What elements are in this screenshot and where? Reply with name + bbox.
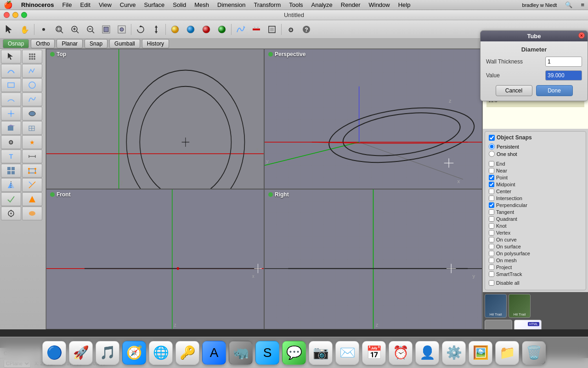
lt-snap-btn[interactable] — [1, 207, 21, 220]
value-input[interactable] — [545, 70, 582, 80]
snap-checkbox-tangent[interactable] — [489, 209, 494, 215]
thumbnail-3[interactable]: Screen Shot 2013...3 PM — [485, 320, 512, 329]
dock-rhino[interactable]: 🦏 — [229, 341, 253, 365]
thumbnail-2[interactable]: Hil Trail — [509, 294, 531, 318]
search-icon[interactable]: 🔍 — [565, 1, 572, 8]
menu-help[interactable]: Help — [398, 1, 411, 8]
thumbnail-4[interactable]: HTML Moab, Utah Offici...html — [514, 320, 542, 329]
snap-checkbox-near[interactable] — [489, 168, 494, 173]
dock-settings[interactable]: ⚙️ — [442, 341, 466, 365]
lt-solid-btn[interactable] — [1, 121, 21, 135]
snap-checkbox-intersection[interactable] — [489, 196, 494, 201]
lt-select-btn[interactable] — [1, 50, 21, 63]
lt-dots-btn[interactable] — [22, 50, 42, 63]
ortho-button[interactable]: Ortho — [31, 39, 55, 48]
dock-finder[interactable]: 🔵 — [42, 341, 66, 365]
snap-checkbox-on-curve[interactable] — [489, 237, 494, 242]
apple-menu[interactable]: 🍎 — [4, 0, 13, 9]
zoom-window-tool[interactable] — [52, 22, 67, 37]
minimize-button[interactable] — [12, 12, 18, 18]
viewport-right[interactable]: y z Right — [264, 189, 482, 329]
menu-solid[interactable]: Solid — [173, 1, 186, 8]
dock-launchpad[interactable]: 🚀 — [69, 341, 93, 365]
lt-curve1-btn[interactable] — [1, 64, 21, 78]
maximize-button[interactable] — [21, 12, 27, 18]
dock-messages[interactable]: 💬 — [282, 341, 306, 365]
move-tool[interactable] — [149, 22, 164, 37]
snap-checkbox-perpendicular[interactable] — [489, 202, 494, 208]
select-tool[interactable] — [2, 22, 17, 37]
history-button[interactable]: History — [142, 39, 169, 48]
settings-tool[interactable]: ⚙ — [283, 22, 298, 37]
snap-checkbox-vertex[interactable] — [489, 230, 494, 236]
lt-text-btn[interactable]: T — [1, 150, 21, 163]
one-shot-radio[interactable] — [489, 151, 495, 157]
dock-preview[interactable]: 🖼️ — [469, 341, 492, 365]
pan-tool[interactable]: ✋ — [17, 22, 32, 37]
lt-star-btn[interactable]: ★ — [22, 135, 42, 149]
solid-tool[interactable] — [199, 22, 214, 37]
lt-triangle-btn[interactable] — [22, 192, 42, 206]
lt-array-btn[interactable] — [1, 164, 21, 178]
viewport-front[interactable]: x z Front — [46, 189, 264, 329]
dock-trash[interactable]: 🗑️ — [522, 341, 546, 365]
dock-appstore[interactable]: A — [202, 341, 226, 365]
lt-mesh-btn[interactable] — [22, 121, 42, 135]
dock-mail[interactable]: ✉️ — [335, 341, 359, 365]
snap-checkbox-midpoint[interactable] — [489, 182, 494, 187]
obj-snaps-enable[interactable] — [489, 135, 495, 141]
menu-surface[interactable]: Surface — [144, 1, 165, 8]
help-tool[interactable]: ? — [299, 22, 314, 37]
viewport-top[interactable]: x y Top — [46, 49, 264, 189]
lt-box-edit-btn[interactable] — [22, 164, 42, 178]
lt-cage-btn[interactable] — [22, 207, 42, 220]
block-tool[interactable] — [265, 22, 279, 37]
dock-photos[interactable]: 📷 — [309, 341, 333, 365]
surface-tool[interactable] — [183, 22, 198, 37]
disable-all-checkbox[interactable] — [489, 280, 494, 286]
zoom-extents-tool[interactable] — [99, 22, 113, 37]
menu-window[interactable]: Window — [368, 1, 390, 8]
snap-checkbox-knot[interactable] — [489, 223, 494, 229]
persistent-radio[interactable] — [489, 144, 495, 150]
point-tool[interactable] — [36, 22, 51, 37]
mesh-tool[interactable] — [215, 22, 229, 37]
dock-time-machine[interactable]: ⏰ — [389, 341, 413, 365]
menu-curve[interactable]: Curve — [120, 1, 136, 8]
snap-checkbox-quadrant[interactable] — [489, 216, 494, 222]
lt-curve2-btn[interactable] — [22, 64, 42, 78]
lt-trim-btn[interactable] — [22, 178, 42, 192]
lt-circle-btn[interactable] — [22, 78, 42, 92]
lt-gear-btn[interactable]: ⚙ — [1, 135, 21, 149]
lt-arc-btn[interactable] — [1, 92, 21, 106]
menu-extras-icon[interactable]: ≡ — [581, 1, 584, 8]
dock-contacts[interactable]: 👤 — [415, 341, 439, 365]
snap-checkbox-on-polysurface[interactable] — [489, 251, 494, 256]
snap-checkbox-center[interactable] — [489, 189, 494, 194]
menu-mesh[interactable]: Mesh — [194, 1, 209, 8]
planar-button[interactable]: Planar — [57, 39, 83, 48]
lt-surface-btn[interactable] — [22, 107, 42, 121]
snap-button[interactable]: Snap — [85, 39, 107, 48]
dock-chrome[interactable]: 🌐 — [149, 341, 173, 365]
zoom-out-tool[interactable] — [83, 22, 98, 37]
dimension-tool[interactable]: ←→ — [249, 22, 264, 37]
viewport-perspective[interactable]: z x y Perspective — [264, 49, 482, 189]
snap-checkbox-on-surface[interactable] — [489, 244, 494, 249]
snap-checkbox-end[interactable] — [489, 161, 494, 167]
wall-thickness-input[interactable] — [545, 57, 582, 67]
menu-rhinoceros[interactable]: Rhinoceros — [21, 1, 54, 8]
menu-file[interactable]: File — [62, 1, 72, 8]
tube-dialog-close[interactable]: × — [578, 32, 585, 39]
thumbnail-1[interactable]: Hil Trail — [485, 294, 507, 318]
dock-skype[interactable]: S — [255, 341, 279, 365]
lt-rect-btn[interactable] — [1, 78, 21, 92]
done-button[interactable]: Done — [536, 85, 573, 96]
menu-edit[interactable]: Edit — [80, 1, 90, 8]
snap-checkbox-smarttrack[interactable] — [489, 271, 494, 277]
menu-render[interactable]: Render — [341, 1, 361, 8]
snap-checkbox-on-mesh[interactable] — [489, 258, 494, 263]
menu-tools[interactable]: Tools — [289, 1, 303, 8]
lt-mirror-btn[interactable] — [1, 178, 21, 192]
lt-point-btn[interactable] — [1, 107, 21, 121]
